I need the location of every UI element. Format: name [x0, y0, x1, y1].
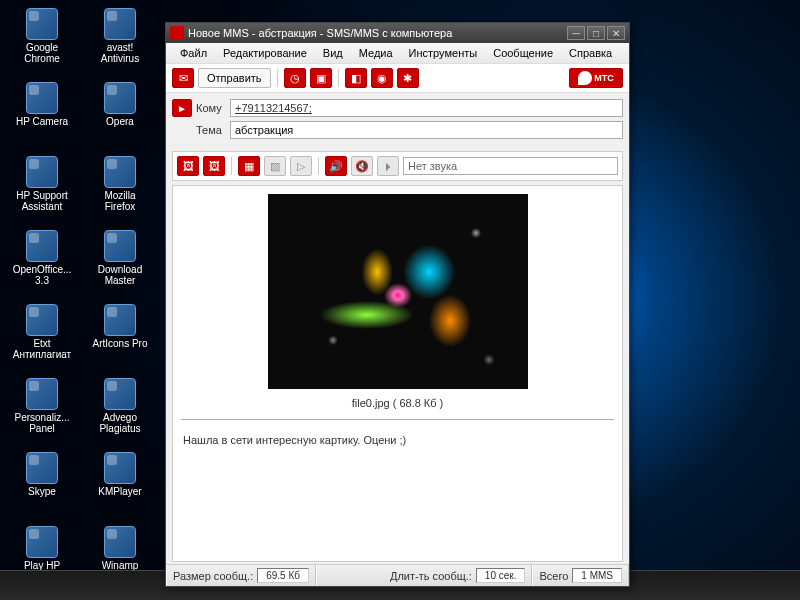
menu-tools[interactable]: Инструменты	[401, 45, 486, 61]
audio-play-icon[interactable]: ⏵	[377, 156, 399, 176]
add-image-icon[interactable]: 🖼	[177, 156, 199, 176]
separator	[338, 69, 339, 87]
icon-label: Personaliz... Panel	[12, 412, 72, 434]
bookmark-icon[interactable]: ▣	[310, 68, 332, 88]
audio-mute-icon[interactable]: 🔇	[351, 156, 373, 176]
app-icon	[104, 156, 136, 188]
app-icon	[104, 304, 136, 336]
app-icon	[104, 378, 136, 410]
header-fields: ► Кому Тема	[166, 93, 629, 149]
recipient-icon[interactable]: ►	[172, 99, 192, 117]
app-icon	[104, 452, 136, 484]
menu-help[interactable]: Справка	[561, 45, 620, 61]
image-preview[interactable]	[268, 194, 528, 389]
icon-label: HP Camera	[12, 116, 72, 127]
attach-icon[interactable]: ◧	[345, 68, 367, 88]
send-button[interactable]: Отправить	[198, 68, 271, 88]
image-filename: file0.jpg ( 68.8 Кб )	[352, 397, 444, 409]
to-label: Кому	[196, 102, 230, 114]
menu-view[interactable]: Вид	[315, 45, 351, 61]
icon-label: OpenOffice... 3.3	[12, 264, 72, 286]
separator	[318, 157, 319, 175]
slide-play-icon[interactable]: ▷	[290, 156, 312, 176]
add-audio-icon[interactable]: 🔊	[325, 156, 347, 176]
icon-label: Advego Plagiatus	[90, 412, 150, 434]
titlebar[interactable]: Новое MMS - абстракция - SMS/MMS с компь…	[166, 23, 629, 43]
desktop-icon[interactable]: avast! Antivirus	[90, 8, 150, 64]
main-toolbar: ✉ Отправить ◷ ▣ ◧ ◉ ✱ МТС	[166, 63, 629, 93]
menu-message[interactable]: Сообщение	[485, 45, 561, 61]
add-image2-icon[interactable]: 🖼	[203, 156, 225, 176]
message-text[interactable]: Нашла в сети интересную картику. Оцени ;…	[181, 430, 614, 450]
egg-icon	[578, 71, 592, 85]
icon-label: Mozilla Firefox	[90, 190, 150, 212]
separator	[231, 157, 232, 175]
carrier-badge: МТС	[569, 68, 623, 88]
mms-composer-window: Новое MMS - абстракция - SMS/MMS с компь…	[165, 22, 630, 587]
menu-file[interactable]: Файл	[172, 45, 215, 61]
to-input[interactable]	[230, 99, 623, 117]
icon-label: HP Support Assistant	[12, 190, 72, 212]
app-icon	[26, 8, 58, 40]
app-icon	[26, 452, 58, 484]
menu-media[interactable]: Медиа	[351, 45, 401, 61]
contacts-icon[interactable]: ◉	[371, 68, 393, 88]
icon-label: Download Master	[90, 264, 150, 286]
window-title: Новое MMS - абстракция - SMS/MMS с компь…	[188, 27, 452, 39]
desktop-icon[interactable]: Etxt Антиплагиат	[12, 304, 72, 360]
desktop-icon[interactable]: HP Camera	[12, 82, 72, 127]
app-icon	[104, 526, 136, 558]
slide-delete-icon[interactable]: ▨	[264, 156, 286, 176]
desktop-icon[interactable]: Advego Plagiatus	[90, 378, 150, 434]
icon-label: Google Chrome	[12, 42, 72, 64]
subject-input[interactable]	[230, 121, 623, 139]
app-icon	[104, 82, 136, 114]
total-label: Всего	[539, 570, 568, 582]
app-icon	[26, 526, 58, 558]
desktop-icon[interactable]: ArtIcons Pro	[90, 304, 150, 349]
icon-label: Etxt Антиплагиат	[12, 338, 72, 360]
statusbar: Размер сообщ.:69.5 Кб Длит-ть сообщ.:10 …	[166, 564, 629, 586]
separator	[277, 69, 278, 87]
close-button[interactable]: ✕	[607, 26, 625, 40]
audio-field[interactable]: Нет звука	[403, 157, 618, 175]
app-icon	[26, 378, 58, 410]
slide-icon[interactable]: ▦	[238, 156, 260, 176]
media-toolbar: 🖼 🖼 ▦ ▨ ▷ 🔊 🔇 ⏵ Нет звука	[172, 151, 623, 181]
duration-label: Длит-ть сообщ.:	[390, 570, 472, 582]
app-icon	[26, 230, 58, 262]
icon-label: ArtIcons Pro	[90, 338, 150, 349]
size-value: 69.5 Кб	[257, 568, 309, 583]
app-icon	[170, 26, 184, 40]
carrier-label: МТС	[594, 73, 614, 83]
clock-icon[interactable]: ◷	[284, 68, 306, 88]
desktop-icon[interactable]: Opera	[90, 82, 150, 127]
menubar: Файл Редактирование Вид Медиа Инструмент…	[166, 43, 629, 63]
maximize-button[interactable]: □	[587, 26, 605, 40]
send-icon[interactable]: ✉	[172, 68, 194, 88]
app-icon	[104, 8, 136, 40]
desktop-icon[interactable]: OpenOffice... 3.3	[12, 230, 72, 286]
total-value: 1 MMS	[572, 568, 622, 583]
app-icon	[104, 230, 136, 262]
desktop-icon[interactable]: Download Master	[90, 230, 150, 286]
minimize-button[interactable]: ─	[567, 26, 585, 40]
icon-label: KMPlayer	[90, 486, 150, 497]
desktop-icon[interactable]: Mozilla Firefox	[90, 156, 150, 212]
app-icon	[26, 82, 58, 114]
icon-label: Skype	[12, 486, 72, 497]
subject-label: Тема	[196, 124, 230, 136]
divider	[181, 419, 614, 420]
menu-edit[interactable]: Редактирование	[215, 45, 315, 61]
desktop-icon[interactable]: KMPlayer	[90, 452, 150, 497]
content-area: file0.jpg ( 68.8 Кб ) Нашла в сети интер…	[172, 185, 623, 562]
desktop-icon[interactable]: Winamp	[90, 526, 150, 571]
icon-label: avast! Antivirus	[90, 42, 150, 64]
desktop-icon[interactable]: Google Chrome	[12, 8, 72, 64]
app-icon	[26, 156, 58, 188]
desktop-icon[interactable]: Personaliz... Panel	[12, 378, 72, 434]
desktop-icon[interactable]: HP Support Assistant	[12, 156, 72, 212]
desktop-icon[interactable]: Skype	[12, 452, 72, 497]
size-label: Размер сообщ.:	[173, 570, 253, 582]
settings-icon[interactable]: ✱	[397, 68, 419, 88]
